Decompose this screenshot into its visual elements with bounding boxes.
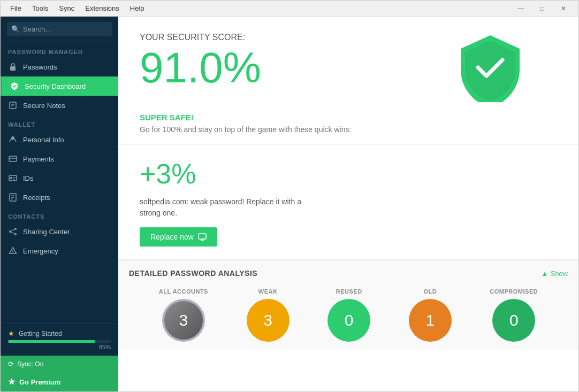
circle-reused-label: REUSED: [336, 288, 362, 295]
svg-point-8: [10, 177, 12, 179]
circle-compromised-label: COMPROMISED: [490, 288, 538, 295]
menu-bar: File Tools Sync Extensions Help: [5, 2, 150, 14]
sidebar-item-ids-label: IDs: [23, 174, 34, 182]
shield-active-icon: [10, 81, 19, 91]
search-box: 🔍: [1, 17, 118, 42]
sidebar-item-security-dashboard[interactable]: Security Dashboard: [1, 76, 118, 96]
score-left: YOUR SECURITY SCORE: 91.0%: [140, 33, 261, 89]
svg-rect-1: [10, 102, 16, 109]
circle-all-accounts: ALL ACCOUNTS 3: [159, 288, 208, 342]
sidebar-item-emergency-label: Emergency: [23, 247, 58, 255]
svg-point-16: [14, 233, 17, 235]
svg-rect-5: [9, 156, 17, 162]
app-window: File Tools Sync Extensions Help — □ ✕ 🔍 …: [0, 0, 579, 392]
sidebar-item-emergency[interactable]: Emergency: [1, 241, 118, 260]
maximize-button[interactable]: □: [531, 1, 553, 17]
safe-section: SUPER SAFE! Go for 100% and stay on top …: [118, 113, 578, 145]
circle-weak-value: 3: [247, 299, 290, 342]
window-controls: — □ ✕: [510, 1, 574, 17]
safe-title: SUPER SAFE!: [140, 113, 557, 122]
menu-tools[interactable]: Tools: [27, 2, 54, 14]
sidebar: 🔍 PASSWORD MANAGER Passwords: [1, 17, 118, 391]
receipt-icon: [8, 193, 18, 202]
section-label-contacts: CONTACTS: [1, 207, 118, 222]
circle-all-value: 3: [162, 299, 205, 342]
menu-sync[interactable]: Sync: [54, 2, 80, 14]
chevron-up-icon: ▲: [542, 270, 548, 278]
circle-weak: WEAK 3: [247, 288, 290, 342]
sync-label: Sync: On: [17, 360, 43, 368]
main-content: YOUR SECURITY SCORE: 91.0% SUPER SAFE! G…: [118, 17, 578, 391]
emergency-icon: [8, 246, 18, 256]
menu-help[interactable]: Help: [125, 2, 150, 14]
progress-bar-fill: [8, 340, 95, 343]
circle-old: OLD 1: [409, 288, 452, 342]
section-label-wallet: WALLET: [1, 115, 118, 130]
close-button[interactable]: ✕: [553, 1, 574, 17]
svg-point-17: [9, 230, 11, 233]
sync-icon: ⟳: [8, 360, 14, 368]
share-icon: [8, 227, 18, 236]
section-label-password-manager: PASSWORD MANAGER: [1, 42, 118, 57]
circle-reused: REUSED 0: [327, 288, 370, 342]
sidebar-item-secure-notes[interactable]: Secure Notes: [1, 96, 118, 115]
search-inner: 🔍: [7, 22, 112, 36]
card-icon: [8, 154, 18, 164]
improve-section: +3% softpedia.com: weak password! Replac…: [118, 145, 578, 260]
progress-percent: 85%: [8, 344, 111, 350]
replace-now-button[interactable]: Replace now: [140, 227, 217, 247]
sidebar-item-passwords-label: Passwords: [23, 63, 57, 71]
note-icon: [8, 101, 18, 110]
replace-btn-label: Replace now: [150, 233, 194, 241]
person-icon: [8, 135, 18, 144]
show-button[interactable]: ▲ Show: [542, 270, 568, 278]
svg-point-15: [14, 228, 17, 230]
search-icon: 🔍: [11, 25, 20, 33]
sync-bar: ⟳ Sync: On: [1, 356, 118, 372]
title-bar: File Tools Sync Extensions Help — □ ✕: [1, 1, 578, 17]
svg-line-19: [11, 232, 14, 234]
score-section: YOUR SECURITY SCORE: 91.0%: [118, 17, 578, 113]
sidebar-item-receipts-label: Receipts: [23, 194, 50, 202]
safe-desc: Go for 100% and stay on top of the game …: [140, 125, 557, 134]
circle-old-value: 1: [409, 299, 452, 342]
premium-button[interactable]: ★ Go Premium: [1, 372, 118, 391]
search-input[interactable]: [23, 25, 108, 33]
lock-icon: [8, 62, 18, 72]
sidebar-item-secure-notes-label: Secure Notes: [23, 102, 65, 110]
svg-rect-22: [199, 234, 206, 239]
sidebar-item-sharing-center-label: Sharing Center: [23, 228, 70, 236]
minimize-button[interactable]: —: [510, 1, 531, 17]
menu-file[interactable]: File: [5, 2, 27, 14]
star-icon: ★: [8, 329, 14, 337]
sidebar-item-passwords[interactable]: Passwords: [1, 57, 118, 76]
app-body: 🔍 PASSWORD MANAGER Passwords: [1, 17, 578, 391]
score-label: YOUR SECURITY SCORE:: [140, 33, 261, 42]
progress-bar: [8, 340, 111, 343]
sidebar-item-payments[interactable]: Payments: [1, 149, 118, 168]
sidebar-item-personal-info[interactable]: Personal Info: [1, 130, 118, 149]
score-value: 91.0%: [140, 47, 261, 89]
sidebar-item-ids[interactable]: IDs: [1, 168, 118, 188]
getting-started: ★ Getting Started 85%: [1, 324, 118, 356]
monitor-icon: [198, 233, 207, 241]
sidebar-item-sharing-center[interactable]: Sharing Center: [1, 222, 118, 241]
premium-label: Go Premium: [19, 378, 60, 386]
svg-line-18: [11, 229, 14, 231]
shield-graphic: [455, 33, 525, 102]
analysis-section: DETAILED PASSWORD ANALYSIS ▲ Show ALL AC…: [118, 260, 578, 350]
getting-started-label: Getting Started: [19, 330, 62, 337]
sidebar-item-security-label: Security Dashboard: [25, 82, 86, 90]
analysis-header: DETAILED PASSWORD ANALYSIS ▲ Show: [129, 269, 568, 278]
id-icon: [8, 173, 18, 183]
menu-extensions[interactable]: Extensions: [80, 2, 125, 14]
sidebar-bottom: ★ Getting Started 85% ⟳ Sync: On ★ Go Pr…: [1, 324, 118, 391]
circle-all-label: ALL ACCOUNTS: [159, 288, 208, 295]
circle-weak-label: WEAK: [258, 288, 278, 295]
sidebar-item-receipts[interactable]: Receipts: [1, 188, 118, 207]
circle-reused-value: 0: [327, 299, 370, 342]
improve-percent: +3%: [140, 158, 557, 190]
analysis-circles: ALL ACCOUNTS 3 WEAK 3 REUSED 0 OLD 1: [129, 288, 568, 342]
circle-compromised: COMPROMISED 0: [490, 288, 538, 342]
svg-point-21: [12, 252, 13, 253]
